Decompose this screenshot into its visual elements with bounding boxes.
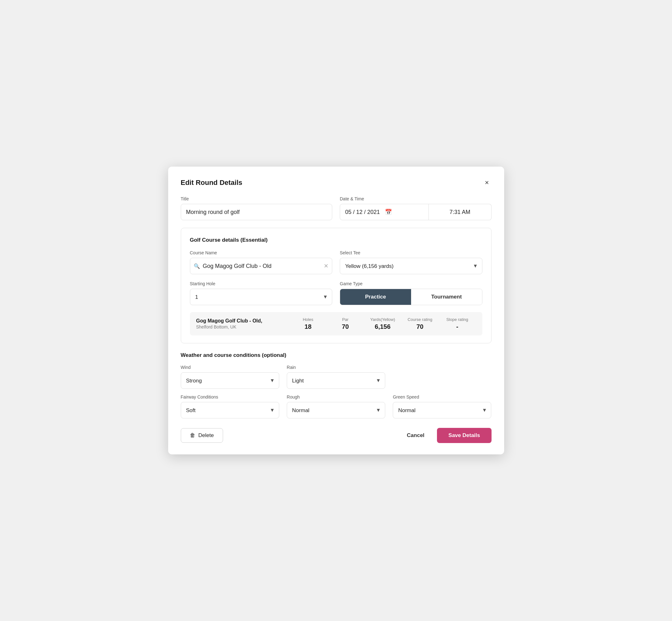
slope-rating-label: Slope rating [438,317,476,322]
delete-button[interactable]: 🗑 Delete [181,428,223,443]
time-value: 7:31 AM [450,209,470,215]
holes-stat: Holes 18 [289,317,327,330]
game-type-label: Game Type [340,281,482,286]
course-name: Gog Magog Golf Club - Old, [196,318,290,324]
title-label: Title [181,196,333,201]
course-name-group: Course Name 🔍 ✕ [190,250,333,274]
edit-round-modal: Edit Round Details × Title Date & Time 0… [168,167,504,454]
course-rating-value: 70 [401,323,438,330]
green-speed-wrap: SlowNormalFast ▼ [393,402,491,418]
course-name-search-wrap: 🔍 ✕ [190,258,333,274]
fairway-group: Fairway Conditions SoftNormalHard ▼ [181,395,279,418]
tournament-button[interactable]: Tournament [411,289,482,305]
rough-label: Rough [287,395,385,400]
golf-course-title: Golf Course details (Essential) [190,237,482,243]
par-stat: Par 70 [327,317,364,330]
game-type-group: Game Type Practice Tournament [340,281,482,305]
rough-group: Rough SoftNormalHard ▼ [287,395,385,418]
starting-hole-group: Starting Hole 1234 5678 910 ▼ [190,281,333,305]
starting-hole-label: Starting Hole [190,281,333,286]
starting-hole-wrap: 1234 5678 910 ▼ [190,289,333,305]
select-tee-group: Select Tee Yellow (6,156 yards) White Re… [340,250,482,274]
search-icon: 🔍 [194,263,200,269]
title-input[interactable] [181,204,333,220]
wind-label: Wind [181,365,279,370]
yards-label: Yards(Yellow) [364,317,401,322]
slope-rating-stat: Slope rating - [438,317,476,330]
datetime-fields: 05 / 12 / 2021 📅 7:31 AM [340,204,492,220]
select-tee-label: Select Tee [340,250,482,255]
datetime-label: Date & Time [340,196,492,201]
yards-stat: Yards(Yellow) 6,156 [364,317,401,330]
slope-rating-value: - [438,323,476,330]
calendar-icon: 📅 [385,209,392,215]
weather-title: Weather and course conditions (optional) [181,352,492,359]
time-field[interactable]: 7:31 AM [429,204,491,220]
golf-course-section: Golf Course details (Essential) Course N… [181,228,492,343]
course-name-tee-row: Course Name 🔍 ✕ Select Tee Yellow (6,156… [190,250,482,274]
rough-wrap: SoftNormalHard ▼ [287,402,385,418]
date-field[interactable]: 05 / 12 / 2021 📅 [340,204,429,220]
modal-title: Edit Round Details [181,178,243,187]
course-info-name: Gog Magog Golf Club - Old, Shelford Bott… [196,318,290,329]
rain-wrap: NoneLightModerateHeavy ▼ [287,372,385,389]
course-name-input[interactable] [190,258,333,274]
rain-dropdown[interactable]: NoneLightModerateHeavy [287,372,385,389]
practice-button[interactable]: Practice [340,289,411,305]
close-button[interactable]: × [482,178,492,188]
save-button[interactable]: Save Details [437,428,491,443]
wind-group: Wind NoneLightModerateStrong ▼ [181,365,279,389]
cancel-button[interactable]: Cancel [401,428,431,443]
conditions-row: Fairway Conditions SoftNormalHard ▼ Roug… [181,395,492,418]
top-row: Title Date & Time 05 / 12 / 2021 📅 7:31 … [181,196,492,220]
starting-hole-dropdown[interactable]: 1234 5678 910 [190,289,333,305]
footer-row: 🗑 Delete Cancel Save Details [181,428,492,443]
course-info-row: Gog Magog Golf Club - Old, Shelford Bott… [190,312,482,335]
datetime-group: Date & Time 05 / 12 / 2021 📅 7:31 AM [340,196,492,220]
rain-group: Rain NoneLightModerateHeavy ▼ [287,365,385,389]
select-tee-wrap: Yellow (6,156 yards) White Red Blue ▼ [340,258,482,274]
course-rating-label: Course rating [401,317,438,322]
green-speed-label: Green Speed [393,395,491,400]
select-tee-dropdown[interactable]: Yellow (6,156 yards) White Red Blue [340,258,482,274]
holes-value: 18 [289,323,327,330]
clear-icon[interactable]: ✕ [324,262,328,270]
footer-right: Cancel Save Details [401,428,492,443]
course-name-label: Course Name [190,250,333,255]
delete-label: Delete [199,432,214,439]
par-value: 70 [327,323,364,330]
wind-rain-row: Wind NoneLightModerateStrong ▼ Rain None… [181,365,492,389]
spacer [393,365,491,389]
modal-header: Edit Round Details × [181,178,492,188]
date-value: 05 / 12 / 2021 [345,209,380,215]
weather-section: Weather and course conditions (optional)… [181,352,492,418]
holes-label: Holes [289,317,327,322]
fairway-dropdown[interactable]: SoftNormalHard [181,402,279,418]
starting-hole-gametype-row: Starting Hole 1234 5678 910 ▼ Game Type … [190,281,482,305]
green-speed-group: Green Speed SlowNormalFast ▼ [393,395,491,418]
rough-dropdown[interactable]: SoftNormalHard [287,402,385,418]
course-location: Shelford Bottom, UK [196,324,290,329]
rain-label: Rain [287,365,385,370]
fairway-wrap: SoftNormalHard ▼ [181,402,279,418]
par-label: Par [327,317,364,322]
game-type-toggle: Practice Tournament [340,289,482,305]
yards-value: 6,156 [364,323,401,330]
wind-wrap: NoneLightModerateStrong ▼ [181,372,279,389]
course-rating-stat: Course rating 70 [401,317,438,330]
green-speed-dropdown[interactable]: SlowNormalFast [393,402,491,418]
fairway-label: Fairway Conditions [181,395,279,400]
trash-icon: 🗑 [190,432,195,439]
title-group: Title [181,196,333,220]
wind-dropdown[interactable]: NoneLightModerateStrong [181,372,279,389]
